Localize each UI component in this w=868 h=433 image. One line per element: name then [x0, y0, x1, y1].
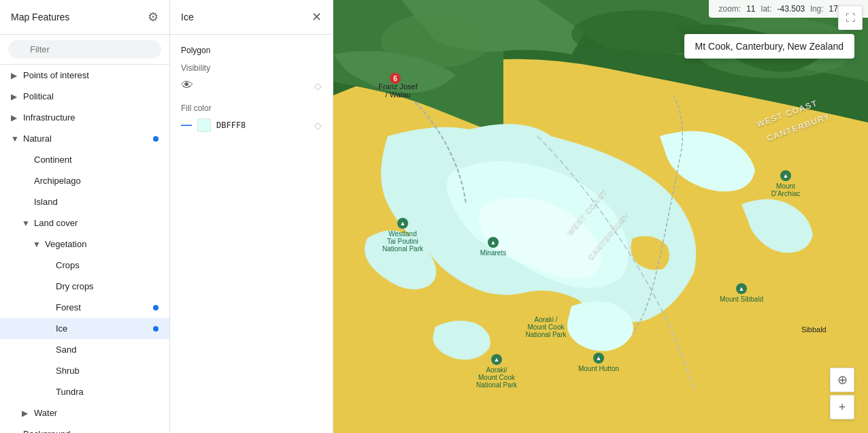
active-dot: [153, 326, 158, 332]
settings-icon[interactable]: ⚙: [148, 10, 158, 25]
location-button[interactable]: ⊕: [830, 368, 854, 392]
color-swatch[interactable]: [197, 118, 211, 132]
sidebar-item-continent[interactable]: Continent: [0, 149, 169, 170]
zoom-value: 11: [746, 4, 755, 14]
sidebar-item-label: Land cover: [34, 218, 78, 228]
sidebar-item-crops[interactable]: Crops: [0, 255, 169, 276]
sidebar-item-vegetation[interactable]: ▼Vegetation: [0, 234, 169, 255]
filter-bar: ☰: [0, 35, 169, 65]
sidebar-list: ▶Points of interest▶Political▶Infrastruc…: [0, 65, 169, 433]
sidebar-item-water[interactable]: ▶Water: [0, 402, 169, 423]
detail-header: Ice ✕: [170, 0, 333, 35]
visibility-diamond-icon[interactable]: ◇: [314, 80, 322, 91]
sidebar-item-label: Water: [34, 408, 57, 418]
sidebar-item-label: Background: [23, 429, 70, 433]
sidebar-item-label: Island: [34, 197, 58, 207]
fill-color-row: — DBFFF8 ◇: [181, 118, 322, 132]
sidebar-item-background[interactable]: Background: [0, 423, 169, 433]
chevron-icon: ▶: [11, 92, 19, 101]
polygon-label: Polygon: [181, 46, 322, 55]
sidebar-item-ice[interactable]: Ice: [0, 318, 169, 339]
sidebar-item-label: Crops: [56, 260, 80, 270]
active-dot: [153, 136, 158, 142]
lng-label: lng:: [810, 4, 823, 14]
detail-title: Ice: [181, 12, 194, 22]
sidebar: Map Features ⚙ ☰ ▶Points of interest▶Pol…: [0, 0, 170, 433]
map-svg: [333, 0, 868, 433]
sidebar-item-label: Points of interest: [23, 70, 89, 80]
sidebar-item-label: Sand: [56, 344, 76, 355]
fill-color-value: — DBFFF8: [181, 118, 246, 132]
sidebar-item-infrastructure[interactable]: ▶Infrastructure: [0, 107, 169, 128]
sidebar-title: Map Features: [11, 12, 69, 22]
fullscreen-button[interactable]: ⛶: [838, 5, 863, 30]
detail-panel: Ice ✕ Polygon Visibility 👁 ◇ Fill color …: [170, 0, 333, 433]
franz-josef-badge: 6: [390, 73, 401, 84]
location-tooltip: Mt Cook, Canterbury, New Zealand: [684, 34, 854, 59]
chevron-icon: ▶: [11, 113, 19, 123]
close-icon[interactable]: ✕: [312, 10, 322, 25]
chevron-icon: ▶: [11, 71, 19, 80]
zoom-label: zoom:: [718, 4, 741, 14]
lat-label: lat:: [761, 4, 772, 14]
fill-color-label: Fill color: [181, 103, 322, 113]
sidebar-item-island[interactable]: Island: [0, 191, 169, 212]
sidebar-item-tundra[interactable]: Tundra: [0, 381, 169, 402]
sidebar-item-label: Infrastructure: [23, 112, 76, 123]
sidebar-item-label: Tundra: [56, 387, 84, 397]
sidebar-item-points-of-interest[interactable]: ▶Points of interest: [0, 65, 169, 86]
sidebar-item-sand[interactable]: Sand: [0, 339, 169, 360]
sidebar-item-natural[interactable]: ▼Natural: [0, 128, 169, 149]
chevron-icon: ▼: [33, 240, 41, 249]
detail-body: Polygon Visibility 👁 ◇ Fill color — DBFF…: [170, 35, 333, 148]
map-controls: ⊕ +: [830, 368, 854, 419]
sidebar-item-political[interactable]: ▶Political: [0, 86, 169, 107]
sidebar-header: Map Features ⚙: [0, 0, 169, 35]
sidebar-item-dry-crops[interactable]: Dry crops: [0, 276, 169, 297]
sidebar-item-label: Continent: [34, 155, 72, 165]
sidebar-item-label: Ice: [56, 323, 67, 334]
sidebar-item-forest[interactable]: Forest: [0, 297, 169, 318]
chevron-icon: ▼: [11, 134, 19, 144]
color-hex: DBFFF8: [216, 121, 246, 130]
filter-input[interactable]: [8, 40, 161, 59]
sidebar-item-label: Shrub: [56, 366, 80, 376]
sidebar-item-shrub[interactable]: Shrub: [0, 360, 169, 381]
sidebar-item-label: Dry crops: [56, 281, 94, 291]
sidebar-item-label: Forest: [56, 302, 81, 312]
sidebar-item-label: Political: [23, 91, 54, 101]
visibility-label: Visibility: [181, 63, 322, 73]
fill-diamond-icon[interactable]: ◇: [314, 120, 322, 131]
sidebar-item-label: Vegetation: [45, 239, 86, 249]
location-name: Mt Cook, Canterbury, New Zealand: [695, 41, 844, 52]
sidebar-item-label: Natural: [23, 133, 52, 144]
map-area[interactable]: zoom: 11 lat: -43.503 lng: 170.306 Mt Co…: [333, 0, 868, 433]
eye-icon[interactable]: 👁: [181, 78, 193, 93]
sidebar-item-archipelago[interactable]: Archipelago: [0, 170, 169, 191]
sidebar-item-land-cover[interactable]: ▼Land cover: [0, 212, 169, 234]
chevron-icon: ▼: [22, 219, 30, 228]
chevron-icon: ▶: [22, 408, 30, 418]
visibility-row: 👁 ◇: [181, 78, 322, 93]
lat-value: -43.503: [778, 4, 805, 14]
zoom-in-button[interactable]: +: [830, 395, 854, 419]
active-dot: [153, 305, 158, 310]
sidebar-item-label: Archipelago: [34, 176, 81, 186]
minus-icon[interactable]: —: [181, 119, 192, 131]
